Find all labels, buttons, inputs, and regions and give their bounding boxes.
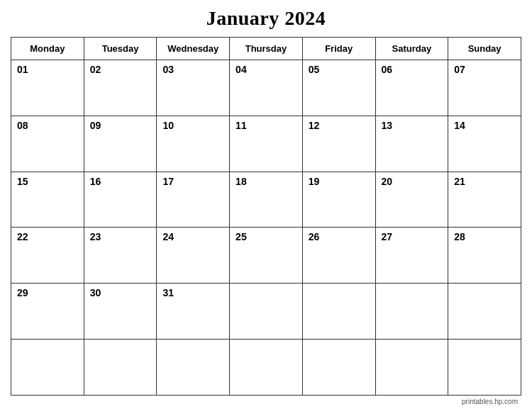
day-number: 23 — [90, 231, 101, 242]
calendar-cell: 13 — [375, 116, 448, 172]
week-row-5: 293031 — [11, 284, 521, 340]
day-number: 31 — [162, 287, 174, 298]
calendar-cell: 16 — [84, 172, 157, 228]
calendar-cell: 08 — [11, 116, 84, 172]
day-number: 14 — [454, 120, 465, 131]
day-number: 18 — [235, 176, 247, 187]
calendar-cell — [302, 284, 375, 340]
calendar-cell — [448, 340, 521, 396]
day-number: 25 — [235, 231, 247, 242]
calendar-cell: 09 — [84, 116, 157, 172]
calendar-cell: 28 — [448, 228, 521, 284]
day-number: 05 — [309, 64, 320, 75]
week-row-4: 22232425262728 — [11, 228, 521, 284]
day-number: 20 — [382, 176, 393, 187]
day-number: 03 — [162, 64, 174, 75]
calendar-table: MondayTuesdayWednesdayThursdayFridaySatu… — [11, 37, 521, 396]
calendar-cell: 04 — [230, 60, 303, 116]
calendar-cell: 29 — [11, 284, 84, 340]
day-number: 19 — [309, 176, 320, 187]
calendar-cell: 10 — [157, 116, 230, 172]
calendar-cell: 03 — [157, 60, 230, 116]
week-row-3: 15161718192021 — [11, 172, 521, 228]
week-row-1: 01020304050607 — [11, 60, 521, 116]
calendar-cell: 02 — [84, 60, 157, 116]
day-number: 12 — [309, 120, 320, 131]
day-number: 11 — [235, 120, 247, 131]
day-number: 13 — [382, 120, 393, 131]
footer-text: printables.hp.com — [462, 398, 518, 405]
day-number: 15 — [17, 176, 28, 187]
calendar-cell — [11, 340, 84, 396]
weekday-header-monday: Monday — [11, 38, 84, 60]
day-number: 01 — [17, 64, 28, 75]
weekday-header-saturday: Saturday — [375, 38, 448, 60]
day-number: 27 — [382, 231, 393, 242]
weekday-header-friday: Friday — [302, 38, 375, 60]
day-number: 09 — [90, 120, 101, 131]
weekday-header-thursday: Thursday — [230, 38, 303, 60]
day-number: 16 — [90, 176, 101, 187]
calendar-cell: 23 — [84, 228, 157, 284]
day-number: 24 — [162, 231, 174, 242]
calendar-cell: 01 — [11, 60, 84, 116]
calendar-cell — [230, 284, 303, 340]
calendar-cell: 17 — [157, 172, 230, 228]
week-row-2: 08091011121314 — [11, 116, 521, 172]
calendar-cell: 11 — [230, 116, 303, 172]
day-number: 06 — [382, 64, 393, 75]
calendar-cell: 21 — [448, 172, 521, 228]
calendar-body: 0102030405060708091011121314151617181920… — [11, 60, 521, 396]
day-number: 07 — [454, 64, 465, 75]
calendar-cell: 14 — [448, 116, 521, 172]
day-number: 29 — [17, 287, 28, 298]
calendar-cell: 25 — [230, 228, 303, 284]
calendar-header: MondayTuesdayWednesdayThursdayFridaySatu… — [11, 38, 521, 60]
day-number: 28 — [454, 231, 465, 242]
calendar-cell: 22 — [11, 228, 84, 284]
calendar-cell: 19 — [302, 172, 375, 228]
calendar-cell: 12 — [302, 116, 375, 172]
calendar-cell — [84, 340, 157, 396]
week-row-6 — [11, 340, 521, 396]
calendar-cell: 30 — [84, 284, 157, 340]
day-number: 02 — [90, 64, 101, 75]
footer: printables.hp.com — [11, 396, 521, 405]
calendar-cell: 20 — [375, 172, 448, 228]
calendar-cell: 31 — [157, 284, 230, 340]
calendar-cell: 15 — [11, 172, 84, 228]
calendar-cell: 18 — [230, 172, 303, 228]
calendar-cell — [448, 284, 521, 340]
header-row: MondayTuesdayWednesdayThursdayFridaySatu… — [11, 38, 521, 60]
calendar-title: January 2024 — [206, 7, 326, 30]
day-number: 21 — [454, 176, 465, 187]
day-number: 04 — [235, 64, 247, 75]
calendar-cell: 24 — [157, 228, 230, 284]
calendar-cell — [157, 340, 230, 396]
day-number: 08 — [17, 120, 28, 131]
day-number: 26 — [309, 231, 320, 242]
weekday-header-sunday: Sunday — [448, 38, 521, 60]
calendar-cell — [230, 340, 303, 396]
calendar-cell: 07 — [448, 60, 521, 116]
calendar-cell: 26 — [302, 228, 375, 284]
day-number: 30 — [90, 287, 101, 298]
weekday-header-tuesday: Tuesday — [84, 38, 157, 60]
day-number: 17 — [162, 176, 174, 187]
calendar-cell — [375, 340, 448, 396]
weekday-header-wednesday: Wednesday — [157, 38, 230, 60]
calendar-cell: 06 — [375, 60, 448, 116]
day-number: 22 — [17, 231, 28, 242]
calendar-cell — [375, 284, 448, 340]
calendar-cell: 05 — [302, 60, 375, 116]
calendar-cell — [302, 340, 375, 396]
calendar-container: MondayTuesdayWednesdayThursdayFridaySatu… — [11, 37, 521, 396]
calendar-cell: 27 — [375, 228, 448, 284]
day-number: 10 — [162, 120, 174, 131]
